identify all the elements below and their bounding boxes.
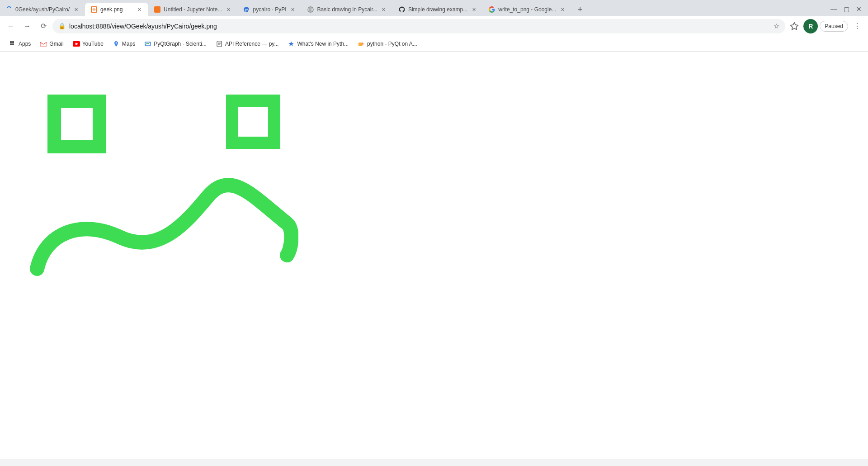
svg-text:py: py (245, 8, 250, 12)
tab-github[interactable]: Simple drawing examp... ✕ (393, 3, 483, 16)
tab-jupyter[interactable]: Untitled - Jupyter Note... ✕ (148, 3, 237, 16)
reload-button[interactable]: ⟳ (36, 19, 51, 33)
close-button[interactable]: ✕ (854, 4, 864, 14)
bookmark-gmail[interactable]: Gmail (36, 38, 67, 49)
svg-rect-9 (12, 43, 14, 45)
paused-button[interactable]: Paused (820, 21, 848, 32)
tab-close-github[interactable]: ✕ (470, 6, 477, 13)
image-display (0, 52, 868, 323)
bookmark-whats-new[interactable]: What's New in Pyth... (284, 38, 352, 49)
tab-close-jupyter[interactable]: ✕ (225, 6, 232, 13)
bookmark-api-ref-label: API Reference — py... (225, 41, 279, 47)
tab-title-pycairo-pypi: pycairo · PyPI (253, 6, 286, 13)
bookmark-maps-label: Maps (122, 41, 135, 47)
bookmark-pyqtgraph[interactable]: PyQtGraph - Scienti... (141, 38, 210, 49)
tab-favicon-pycairo: py (243, 6, 250, 13)
tab-title-geekpng: geek.png (100, 6, 133, 13)
bookmark-pyqt-amazon-label: python - PyQt on A... (367, 41, 417, 47)
tab-title-basic: Basic drawing in Pycair... (317, 6, 377, 13)
svg-rect-8 (10, 43, 12, 45)
tab-geekpng[interactable]: geek.png ✕ (85, 3, 148, 16)
api-ref-icon (216, 40, 223, 48)
tab-favicon-github (398, 6, 406, 13)
bookmarks-bar: Apps Gmail YouTube Maps PyQtGraph - Scie… (0, 36, 868, 52)
tab-close-google[interactable]: ✕ (559, 6, 566, 13)
svg-rect-22 (238, 107, 268, 137)
toolbar-right: R Paused ⋮ (787, 19, 864, 33)
bookmark-youtube-label: YouTube (82, 41, 104, 47)
bookmark-gmail-label: Gmail (49, 41, 63, 47)
tab-0geek[interactable]: 0Geek/ayush/PyCairo/ ✕ (0, 3, 85, 16)
tab-pycairo-pypi[interactable]: py pycairo · PyPI ✕ (237, 3, 302, 16)
browser-frame: 0Geek/ayush/PyCairo/ ✕ geek.png ✕ Untitl… (0, 0, 868, 52)
tab-close-pycairo-pypi[interactable]: ✕ (289, 6, 296, 13)
tab-title-0geek: 0Geek/ayush/PyCairo/ (15, 6, 70, 13)
geek-png-image (9, 61, 298, 314)
tab-basic-drawing[interactable]: Basic drawing in Pycair... ✕ (302, 3, 392, 16)
tab-close-geekpng[interactable]: ✕ (136, 6, 143, 13)
maximize-button[interactable]: ▢ (841, 4, 852, 14)
bookmark-maps[interactable]: Maps (109, 38, 139, 49)
gmail-icon (40, 40, 47, 48)
star-icon[interactable]: ☆ (774, 22, 779, 30)
forward-button[interactable]: → (20, 19, 34, 33)
tab-favicon-google (488, 6, 495, 13)
tab-close-0geek[interactable]: ✕ (72, 6, 80, 13)
page-content (0, 52, 868, 459)
bookmark-pyqtgraph-label: PyQtGraph - Scienti... (154, 41, 207, 47)
bookmark-youtube[interactable]: YouTube (69, 38, 107, 49)
tab-google[interactable]: write_to_png - Google... ✕ (483, 3, 571, 16)
window-controls: — ▢ ✕ (828, 4, 868, 16)
svg-rect-20 (61, 108, 93, 140)
youtube-icon (73, 40, 80, 48)
tab-favicon-jupyter (154, 6, 161, 13)
bookmark-pyqt-amazon[interactable]: python - PyQt on A... (354, 38, 421, 49)
whats-new-icon (288, 40, 295, 48)
bookmark-whats-new-label: What's New in Pyth... (297, 41, 349, 47)
tab-favicon-0geek (5, 6, 13, 13)
address-bar[interactable]: 🔒 localhost:8888/view/OGeek/ayush/PyCair… (52, 19, 785, 33)
tab-title-github: Simple drawing examp... (408, 6, 467, 13)
menu-button[interactable]: ⋮ (850, 19, 864, 33)
pyqt-amazon-icon (358, 40, 365, 48)
svg-rect-17 (359, 43, 362, 46)
pyqtgraph-icon (144, 40, 151, 48)
tab-title-google: write_to_png - Google... (498, 6, 556, 13)
minimize-button[interactable]: — (828, 4, 839, 14)
address-text: localhost:8888/view/OGeek/ayush/PyCairo/… (69, 23, 770, 30)
tab-close-basic[interactable]: ✕ (380, 6, 387, 13)
svg-rect-7 (12, 41, 14, 43)
tab-bar: 0Geek/ayush/PyCairo/ ✕ geek.png ✕ Untitl… (0, 0, 868, 16)
svg-rect-6 (10, 41, 12, 43)
maps-icon (113, 40, 120, 48)
svg-marker-18 (362, 42, 364, 46)
extensions-button[interactable] (787, 19, 802, 33)
bookmark-api-ref[interactable]: API Reference — py... (212, 38, 283, 49)
tab-favicon-geekpng (90, 6, 98, 13)
new-tab-button[interactable]: + (573, 3, 587, 16)
profile-button[interactable]: R (803, 19, 818, 33)
tab-favicon-basic (307, 6, 314, 13)
apps-icon (9, 40, 16, 48)
back-button[interactable]: ← (4, 19, 18, 33)
paused-label: Paused (825, 23, 843, 29)
toolbar: ← → ⟳ 🔒 localhost:8888/view/OGeek/ayush/… (0, 16, 868, 36)
bookmark-apps-label: Apps (19, 41, 31, 47)
lock-icon: 🔒 (58, 23, 66, 29)
bookmark-apps[interactable]: Apps (5, 38, 34, 49)
tab-title-jupyter: Untitled - Jupyter Note... (164, 6, 222, 13)
